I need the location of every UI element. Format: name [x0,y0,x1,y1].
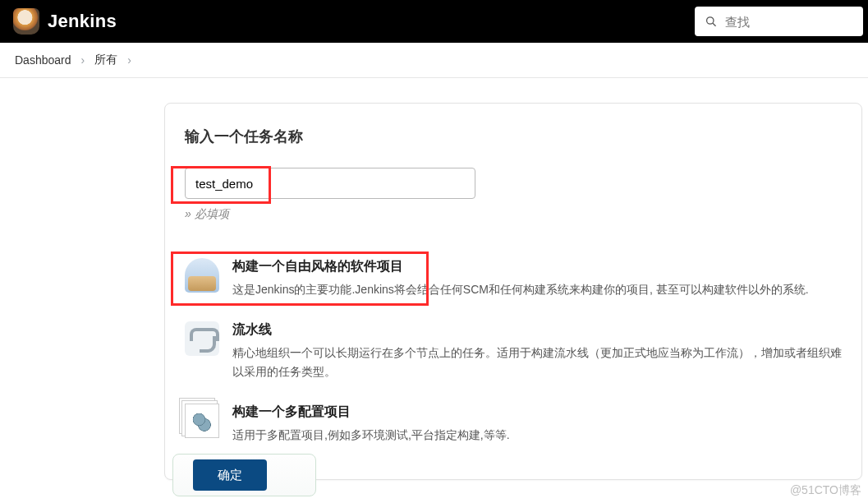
item-title: 流水线 [232,321,842,339]
freestyle-icon [185,258,219,293]
brand-name: Jenkins [48,11,117,32]
item-desc: 适用于多配置项目,例如多环境测试,平台指定构建,等等. [232,426,842,444]
svg-line-1 [713,23,716,26]
ok-button[interactable]: 确定 [193,459,267,491]
watermark: @51CTO博客 [790,483,861,498]
item-type-multiconfig[interactable]: 构建一个多配置项目 适用于多配置项目,例如多环境测试,平台指定构建,等等. [185,392,842,455]
item-desc: 这是Jenkins的主要功能.Jenkins将会结合任何SCM和任何构建系统来构… [232,280,842,298]
breadcrumb: Dashboard › 所有 › [0,43,868,78]
pipeline-icon [185,321,219,356]
item-title: 构建一个自由风格的软件项目 [232,258,842,275]
item-type-freestyle[interactable]: 构建一个自由风格的软件项目 这是Jenkins的主要功能.Jenkins将会结合… [185,247,842,310]
item-name-input[interactable] [185,168,475,199]
create-item-panel: 输入一个任务名称 » 必填项 构建一个自由风格的软件项目 这是Jenkins的主… [164,103,862,480]
chevron-right-icon: › [127,53,131,67]
search-icon [705,14,717,29]
search-input[interactable] [725,15,853,29]
item-type-list: 构建一个自由风格的软件项目 这是Jenkins的主要功能.Jenkins将会结合… [185,247,842,456]
logo-wrap[interactable]: Jenkins [13,8,117,35]
chevron-right-icon: › [81,53,85,67]
item-title: 构建一个多配置项目 [232,404,842,421]
multiconfig-icon [185,404,219,438]
breadcrumb-dashboard[interactable]: Dashboard [15,53,71,67]
item-desc: 精心地组织一个可以长期运行在多个节点上的任务。适用于构建流水线（更加正式地应当称… [232,344,842,381]
item-type-pipeline[interactable]: 流水线 精心地组织一个可以长期运行在多个节点上的任务。适用于构建流水线（更加正式… [185,310,842,392]
jenkins-logo-icon [13,8,39,35]
form-heading: 输入一个任务名称 [185,127,842,146]
svg-point-0 [707,17,714,24]
top-bar: Jenkins [0,0,868,43]
search-box[interactable] [695,7,863,36]
breadcrumb-all[interactable]: 所有 [94,53,117,67]
submit-bar: 确定 [172,454,316,496]
required-hint: » 必填项 [185,207,842,222]
